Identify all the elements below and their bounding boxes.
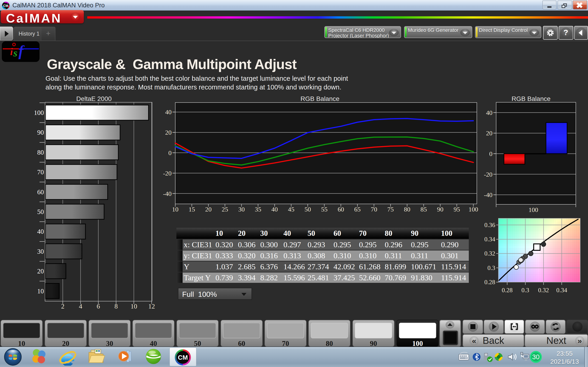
svg-text:RGB Balance: RGB Balance (511, 95, 551, 102)
svg-text:RGB Balance: RGB Balance (300, 95, 339, 102)
svg-text:100: 100 (468, 206, 478, 213)
svg-text:30: 30 (37, 248, 44, 255)
svg-text:-20: -20 (484, 171, 493, 178)
svg-text:70: 70 (371, 206, 377, 213)
svg-text:15: 15 (189, 206, 195, 213)
svg-text:10: 10 (130, 302, 137, 310)
svg-text:90: 90 (437, 206, 443, 213)
svg-text:20: 20 (486, 130, 493, 137)
svg-text:0.32: 0.32 (484, 250, 495, 257)
svg-text:0.34: 0.34 (556, 287, 567, 294)
svg-text:-40: -40 (163, 190, 172, 197)
svg-text:75: 75 (387, 206, 394, 213)
svg-text:0: 0 (489, 150, 493, 157)
svg-text:20: 20 (205, 206, 212, 213)
svg-text:20: 20 (37, 267, 44, 275)
svg-text:10: 10 (37, 287, 44, 295)
svg-text:CM: CM (178, 354, 188, 361)
svg-text:45: 45 (288, 206, 294, 213)
svg-text:40: 40 (37, 228, 44, 235)
svg-text:4: 4 (79, 302, 82, 310)
svg-text:80: 80 (404, 206, 410, 213)
svg-text:0.3: 0.3 (487, 265, 495, 271)
svg-text:0.32: 0.32 (538, 287, 549, 294)
svg-text:90: 90 (37, 129, 44, 136)
svg-text:-20: -20 (163, 170, 172, 177)
svg-text:50: 50 (304, 206, 311, 213)
svg-text:25: 25 (222, 206, 228, 213)
svg-text:40: 40 (271, 206, 278, 213)
svg-text:-40: -40 (484, 191, 493, 198)
svg-text:100: 100 (34, 109, 44, 116)
svg-text:6: 6 (97, 302, 100, 310)
svg-text:95: 95 (454, 206, 460, 213)
svg-text:40: 40 (165, 108, 172, 116)
svg-text:70: 70 (37, 168, 44, 176)
svg-text:s: s (13, 47, 17, 59)
svg-text:85: 85 (421, 206, 427, 213)
svg-text:0.36: 0.36 (484, 222, 495, 228)
svg-text:35: 35 (255, 206, 261, 213)
svg-text:55: 55 (321, 206, 328, 213)
svg-text:40: 40 (486, 109, 493, 116)
svg-text:DeltaE 2000: DeltaE 2000 (76, 95, 112, 102)
svg-text:0.34: 0.34 (484, 236, 495, 243)
svg-text:0.3: 0.3 (521, 287, 529, 294)
svg-text:65: 65 (354, 206, 361, 213)
svg-text:30: 30 (238, 206, 245, 213)
svg-text:2: 2 (61, 302, 65, 310)
svg-text:0: 0 (168, 149, 172, 156)
svg-text:0.28: 0.28 (502, 287, 512, 294)
svg-text:f: f (18, 42, 25, 59)
svg-text:i: i (10, 46, 13, 57)
svg-text:60: 60 (37, 188, 44, 196)
svg-text:100: 100 (528, 206, 538, 213)
svg-text:30: 30 (532, 353, 540, 361)
svg-text:10: 10 (172, 206, 179, 213)
svg-text:80: 80 (37, 149, 44, 156)
svg-text:20: 20 (165, 129, 172, 136)
svg-text:8: 8 (114, 302, 118, 310)
svg-text:CM: CM (3, 4, 8, 8)
svg-text:12: 12 (148, 302, 155, 310)
svg-text:60: 60 (338, 206, 344, 213)
svg-text:50: 50 (37, 208, 44, 215)
svg-text:0.28: 0.28 (484, 279, 495, 286)
